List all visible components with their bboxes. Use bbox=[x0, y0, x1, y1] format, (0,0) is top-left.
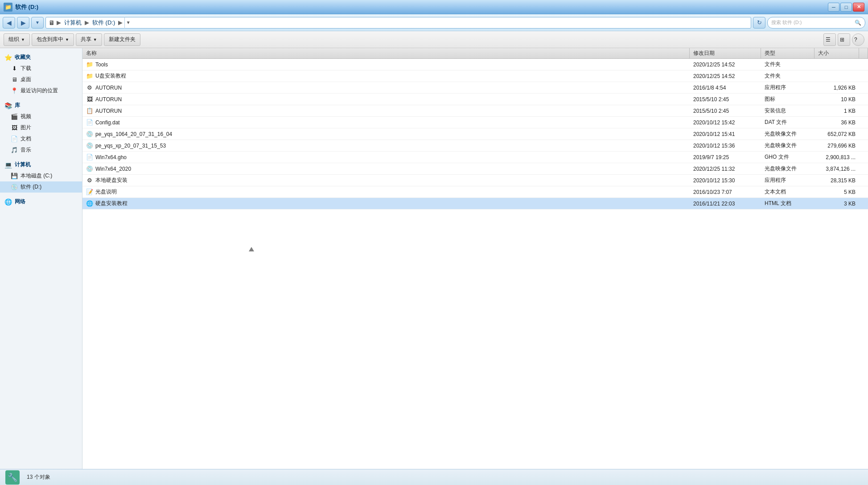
file-list-header: 名称 修改日期 类型 大小 bbox=[82, 48, 868, 59]
toolbar: 组织 ▼ 包含到库中 ▼ 共享 ▼ 新建文件夹 ☰ ⊞ ? bbox=[0, 31, 868, 48]
sidebar-item-videos-label: 视频 bbox=[21, 113, 31, 120]
file-icon: 📄 bbox=[86, 154, 93, 161]
table-row[interactable]: ⚙ 本地硬盘安装 2020/10/12 15:30 应用程序 28,315 KB bbox=[82, 175, 868, 186]
col-modified[interactable]: 修改日期 bbox=[690, 48, 761, 58]
file-type-cell: DAT 文件 bbox=[761, 119, 815, 126]
file-name: pe_yqs_xp_20_07_31_15_53 bbox=[95, 143, 166, 149]
file-modified-cell: 2019/9/7 19:25 bbox=[690, 154, 761, 160]
sidebar-item-videos[interactable]: 🎬 视频 bbox=[0, 111, 82, 122]
star-icon: ⭐ bbox=[4, 54, 12, 61]
table-row[interactable]: 📋 AUTORUN 2015/5/10 2:45 安装信息 1 KB bbox=[82, 105, 868, 117]
table-row[interactable]: 🖼 AUTORUN 2015/5/10 2:45 图标 10 KB bbox=[82, 94, 868, 105]
sidebar-header-libraries[interactable]: 📚 库 bbox=[0, 100, 82, 111]
window-icon: 📁 bbox=[4, 3, 12, 12]
main-layout: ⭐ 收藏夹 ⬇ 下载 🖥 桌面 📍 最近访问的位置 📚 库 � bbox=[0, 48, 868, 469]
col-name[interactable]: 名称 bbox=[82, 48, 690, 58]
include-library-button[interactable]: 包含到库中 ▼ bbox=[32, 33, 74, 46]
file-icon: 🖼 bbox=[86, 96, 93, 103]
recent-locations-button[interactable]: ▼ bbox=[31, 17, 44, 29]
sidebar-header-network[interactable]: 🌐 网络 bbox=[0, 196, 82, 207]
table-row[interactable]: ⚙ AUTORUN 2016/1/8 4:54 应用程序 1,926 KB bbox=[82, 82, 868, 94]
music-icon: 🎵 bbox=[11, 147, 18, 154]
table-row[interactable]: 💿 pe_yqs_xp_20_07_31_15_53 2020/10/12 15… bbox=[82, 140, 868, 152]
file-type-cell: 光盘映像文件 bbox=[761, 165, 815, 173]
col-size[interactable]: 大小 bbox=[815, 48, 859, 58]
file-name-cell: 🖼 AUTORUN bbox=[82, 96, 690, 103]
drive-c-icon: 💾 bbox=[11, 173, 18, 180]
file-icon: 📋 bbox=[86, 107, 93, 115]
file-name: 本地硬盘安装 bbox=[95, 177, 128, 184]
sidebar-item-drive-d[interactable]: 💿 软件 (D:) bbox=[0, 181, 82, 193]
share-button[interactable]: 共享 ▼ bbox=[76, 33, 102, 46]
status-object-count: 13 个对象 bbox=[27, 473, 50, 481]
new-folder-button[interactable]: 新建文件夹 bbox=[104, 33, 140, 46]
file-list: 📁 Tools 2020/12/25 14:52 文件夹 📁 U盘安装教程 20… bbox=[82, 59, 868, 469]
address-path[interactable]: 🖥 ▶ 计算机 ▶ 软件 (D:) ▶ ▼ bbox=[45, 17, 751, 29]
sidebar-item-desktop[interactable]: 🖥 桌面 bbox=[0, 74, 82, 85]
forward-button[interactable]: ▶ bbox=[17, 17, 29, 29]
table-row[interactable]: 📝 光盘说明 2016/10/23 7:07 文本文档 5 KB bbox=[82, 186, 868, 198]
file-type-cell: HTML 文档 bbox=[761, 200, 815, 207]
path-computer[interactable]: 计算机 bbox=[63, 18, 83, 27]
sidebar-item-recent[interactable]: 📍 最近访问的位置 bbox=[0, 85, 82, 96]
file-name: Tools bbox=[95, 62, 108, 68]
include-library-dropdown-icon: ▼ bbox=[65, 37, 69, 42]
file-icon: ⚙ bbox=[86, 84, 93, 91]
sidebar-item-music[interactable]: 🎵 音乐 bbox=[0, 144, 82, 156]
address-bar: ◀ ▶ ▼ 🖥 ▶ 计算机 ▶ 软件 (D:) ▶ ▼ ↻ 搜索 软件 (D:)… bbox=[0, 14, 868, 31]
table-row[interactable]: 📄 Config.dat 2020/10/12 15:42 DAT 文件 36 … bbox=[82, 117, 868, 128]
sidebar-network-label: 网络 bbox=[15, 198, 25, 206]
sidebar-item-downloads[interactable]: ⬇ 下载 bbox=[0, 63, 82, 74]
file-name-cell: 📄 Config.dat bbox=[82, 119, 690, 126]
path-dropdown[interactable]: ▼ bbox=[124, 17, 132, 29]
search-box[interactable]: 搜索 软件 (D:) 🔍 bbox=[767, 17, 865, 29]
back-button[interactable]: ◀ bbox=[3, 17, 15, 29]
file-size-cell: 2,900,813 ... bbox=[815, 154, 859, 160]
file-icon: 📁 bbox=[86, 73, 93, 80]
title-bar-left: 📁 软件 (D:) bbox=[4, 3, 38, 12]
status-app-icon: 🔧 bbox=[5, 470, 20, 485]
file-list-container: 名称 修改日期 类型 大小 📁 Tools 2020/12/25 14:52 文… bbox=[82, 48, 868, 469]
file-type-cell: 文本文档 bbox=[761, 188, 815, 196]
search-placeholder: 搜索 软件 (D:) bbox=[771, 19, 802, 26]
downloads-icon: ⬇ bbox=[11, 65, 18, 72]
help-button[interactable]: ? bbox=[852, 33, 864, 46]
organize-button[interactable]: 组织 ▼ bbox=[4, 33, 30, 46]
sidebar-header-computer[interactable]: 💻 计算机 bbox=[0, 159, 82, 170]
view-toggle-button[interactable]: ⊞ bbox=[838, 33, 850, 46]
sidebar-header-favorites[interactable]: ⭐ 收藏夹 bbox=[0, 52, 82, 63]
table-row[interactable]: 💿 Win7x64_2020 2020/12/25 11:32 光盘映像文件 3… bbox=[82, 163, 868, 175]
minimize-button[interactable]: ─ bbox=[828, 3, 839, 12]
sidebar-item-documents[interactable]: 📄 文档 bbox=[0, 133, 82, 144]
file-size-cell: 1 KB bbox=[815, 108, 859, 114]
table-row[interactable]: 📁 Tools 2020/12/25 14:52 文件夹 bbox=[82, 59, 868, 70]
file-type-cell: GHO 文件 bbox=[761, 153, 815, 161]
view-options-button[interactable]: ☰ bbox=[823, 33, 836, 46]
file-icon: ⚙ bbox=[86, 177, 93, 184]
sidebar-item-drive-c[interactable]: 💾 本地磁盘 (C:) bbox=[0, 170, 82, 181]
status-bar: 🔧 13 个对象 bbox=[0, 469, 868, 485]
sidebar-section-libraries: 📚 库 🎬 视频 🖼 图片 📄 文档 🎵 音乐 bbox=[0, 100, 82, 156]
table-row[interactable]: 💿 pe_yqs_1064_20_07_31_16_04 2020/10/12 … bbox=[82, 128, 868, 140]
table-row[interactable]: 🌐 硬盘安装教程 2016/11/21 22:03 HTML 文档 3 KB bbox=[82, 198, 868, 210]
sidebar-item-downloads-label: 下载 bbox=[21, 65, 31, 72]
file-size-cell: 1,926 KB bbox=[815, 85, 859, 91]
path-drive[interactable]: 软件 (D:) bbox=[91, 18, 116, 27]
sidebar-section-network: 🌐 网络 bbox=[0, 196, 82, 207]
file-icon: 📄 bbox=[86, 119, 93, 126]
refresh-button[interactable]: ↻ bbox=[753, 17, 765, 29]
library-icon: 📚 bbox=[4, 102, 12, 109]
title-buttons: ─ □ ✕ bbox=[828, 3, 864, 12]
col-type[interactable]: 类型 bbox=[761, 48, 815, 58]
sidebar-libraries-label: 库 bbox=[15, 102, 20, 109]
close-button[interactable]: ✕ bbox=[853, 3, 864, 12]
videos-icon: 🎬 bbox=[11, 113, 18, 120]
file-modified-cell: 2020/12/25 14:52 bbox=[690, 73, 761, 79]
file-modified-cell: 2020/10/12 15:30 bbox=[690, 177, 761, 184]
table-row[interactable]: 📁 U盘安装教程 2020/12/25 14:52 文件夹 bbox=[82, 70, 868, 82]
maximize-button[interactable]: □ bbox=[840, 3, 852, 12]
file-size-cell: 3,874,126 ... bbox=[815, 166, 859, 172]
table-row[interactable]: 📄 Win7x64.gho 2019/9/7 19:25 GHO 文件 2,90… bbox=[82, 152, 868, 163]
sidebar-section-computer: 💻 计算机 💾 本地磁盘 (C:) 💿 软件 (D:) bbox=[0, 159, 82, 193]
sidebar-item-pictures[interactable]: 🖼 图片 bbox=[0, 122, 82, 133]
